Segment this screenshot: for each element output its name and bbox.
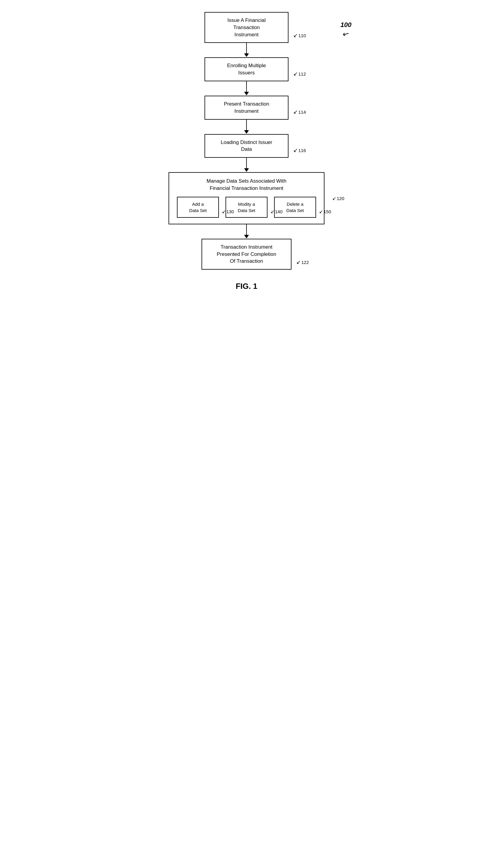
box-140: Modity a Data Set 140 — [226, 197, 267, 218]
arrow-110-112 — [244, 43, 249, 57]
fig-label: FIG. 1 — [236, 282, 257, 291]
box-114: Present Transaction Instrument 114 — [205, 96, 288, 120]
arrow-120-122 — [244, 224, 249, 239]
ref-116: 116 — [293, 147, 306, 154]
ref-114: 114 — [293, 108, 306, 116]
arrow-116-120 — [244, 158, 249, 172]
box-116: Loading Distinct Issuer Data 116 — [205, 134, 288, 158]
diagram-container: 100 ↙ Issue A Financial Transaction Inst… — [148, 12, 345, 291]
box-130: Add a Data Set 130 — [177, 197, 219, 218]
ref-100-label: 100 — [340, 21, 351, 29]
manage-inner-row: Add a Data Set 130 Modity a Data Set 140… — [175, 197, 318, 218]
box-110: Issue A Financial Transaction Instrument… — [205, 12, 288, 43]
box-110-label: Issue A Financial Transaction Instrument — [227, 17, 266, 38]
ref-150: 150 — [319, 209, 331, 215]
arrow-114-116 — [244, 120, 249, 134]
box-150: Delete a Data Set 150 — [274, 197, 316, 218]
box-140-label: Modity a Data Set — [238, 202, 255, 213]
box-112-label: Enrolling Multiple Issuers — [227, 63, 266, 76]
arrow-112-114 — [244, 81, 249, 96]
box-120: Manage Data Sets Associated With Financi… — [169, 172, 324, 224]
box-150-label: Delete a Data Set — [286, 202, 304, 213]
box-122-label: Transaction Instrument Presented For Com… — [217, 244, 276, 264]
box-114-label: Present Transaction Instrument — [224, 101, 269, 114]
box-112: Enrolling Multiple Issuers 112 — [205, 57, 288, 81]
ref-112: 112 — [293, 70, 306, 78]
box-120-title: Manage Data Sets Associated With Financi… — [175, 177, 318, 192]
ref-100-arrow: ↙ — [341, 28, 351, 40]
box-122: Transaction Instrument Presented For Com… — [201, 239, 292, 270]
ref-122: 122 — [296, 258, 309, 266]
ref-120: 120 — [332, 195, 344, 201]
ref-110: 110 — [293, 32, 306, 39]
box-130-label: Add a Data Set — [189, 202, 207, 213]
box-116-label: Loading Distinct Issuer Data — [221, 140, 272, 152]
